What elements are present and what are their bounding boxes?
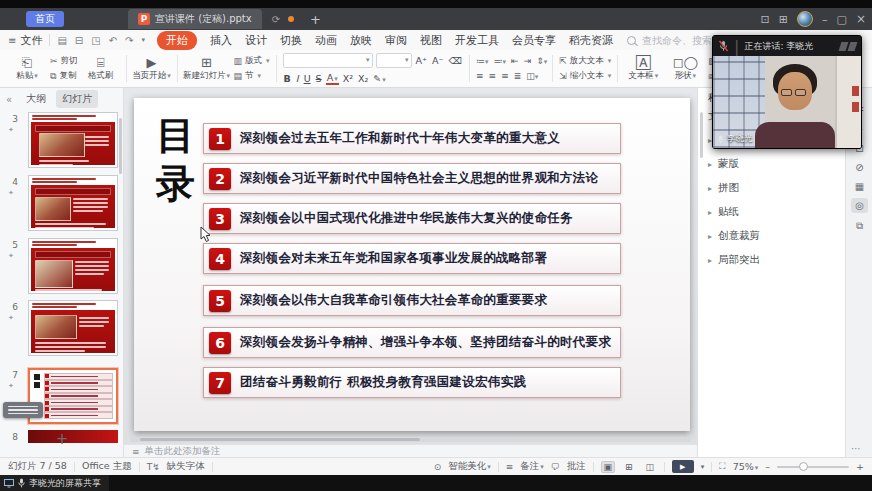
normal-view-button[interactable]: ▣ bbox=[601, 461, 615, 473]
cut-button[interactable]: ✂剪切 bbox=[50, 55, 78, 67]
superscript-button[interactable]: X² bbox=[342, 73, 354, 84]
restore-button[interactable]: ▢ bbox=[837, 14, 847, 25]
ribbon-tab-3[interactable]: 切换 bbox=[280, 33, 302, 48]
ribbon-tab-4[interactable]: 动画 bbox=[315, 33, 337, 48]
toc-item-row[interactable]: 4深刻领会对未来五年党和国家各项事业发展的战略部署 bbox=[203, 243, 621, 274]
screen-layout-icon[interactable]: ⊡ bbox=[761, 14, 770, 25]
panel-item-2[interactable]: ▸拼图 bbox=[708, 176, 841, 200]
font-size-select[interactable]: ▾ bbox=[376, 53, 412, 68]
align-left-icon[interactable]: ≡ bbox=[476, 71, 483, 81]
export-icon[interactable]: ◳ bbox=[91, 35, 100, 46]
toc-item-row[interactable]: 2深刻领会习近平新时代中国特色社会主义思想的世界观和方法论 bbox=[203, 163, 621, 194]
transition-marker-icon[interactable]: ✦ bbox=[8, 314, 14, 322]
ribbon-tab-10[interactable]: 稻壳资源 bbox=[569, 33, 613, 48]
subscript-button[interactable]: X₂ bbox=[357, 73, 369, 84]
section-button[interactable]: ▤节 bbox=[234, 70, 270, 82]
tab-slides[interactable]: 幻灯片 bbox=[56, 90, 98, 108]
chevron-down-icon[interactable]: ▾ bbox=[141, 36, 145, 44]
transition-marker-icon[interactable]: ✦ bbox=[8, 382, 14, 390]
underline-button[interactable]: U bbox=[303, 73, 312, 84]
toc-item-row[interactable]: 5深刻领会以伟大自我革命引领伟大社会革命的重要要求 bbox=[203, 285, 621, 316]
image-panel-icon[interactable]: ▦ bbox=[851, 179, 868, 194]
align-right-icon[interactable]: ≡ bbox=[501, 71, 508, 81]
add-slide-button[interactable]: + bbox=[0, 430, 124, 448]
more-icon[interactable]: ⋯ bbox=[851, 443, 862, 454]
home-tab[interactable]: 首页 bbox=[26, 11, 64, 27]
ribbon-tab-1[interactable]: 插入 bbox=[210, 33, 232, 48]
toc-item-row[interactable]: 3深刻领会以中国式现代化推进中华民族伟大复兴的使命任务 bbox=[203, 203, 621, 234]
shrink-text-button[interactable]: ⇲缩小文本 bbox=[559, 70, 611, 82]
numbered-list-icon[interactable]: ≕ bbox=[494, 56, 506, 66]
horizontal-scrollbar[interactable] bbox=[130, 437, 691, 442]
ribbon-tab-7[interactable]: 视图 bbox=[420, 33, 442, 48]
document-tab[interactable]: P 宣讲课件 (定稿).pptx bbox=[128, 9, 262, 29]
panel-item-4[interactable]: ▸创意裁剪 bbox=[708, 224, 841, 248]
play-from-current-button[interactable]: ▶ 当页开始 bbox=[133, 56, 171, 82]
slide-thumbnail[interactable] bbox=[28, 112, 118, 168]
decrease-font-icon[interactable]: A⁻ bbox=[431, 55, 445, 66]
comments-toggle[interactable]: 批注 bbox=[567, 460, 586, 473]
slideshow-play-button[interactable]: ▶ bbox=[672, 460, 694, 473]
play-options-chevron-icon[interactable]: ▾ bbox=[701, 463, 705, 471]
line-spacing-icon[interactable]: ⇕ bbox=[536, 56, 546, 66]
collapse-sidebar-icon[interactable]: « bbox=[6, 94, 12, 105]
enlarge-text-button[interactable]: ⇱放大文本 bbox=[559, 55, 611, 67]
indent-icon[interactable]: ⇥ bbox=[524, 56, 531, 66]
italic-button[interactable]: I bbox=[295, 73, 300, 84]
close-button[interactable]: × bbox=[856, 13, 866, 25]
ribbon-tab-9[interactable]: 会员专享 bbox=[512, 33, 556, 48]
crop-panel-icon[interactable]: ⧉ bbox=[851, 218, 868, 233]
zoom-slider-knob[interactable] bbox=[799, 462, 808, 471]
bold-button[interactable]: B bbox=[283, 73, 292, 84]
text-direction-icon[interactable]: ◫ bbox=[526, 71, 537, 81]
font-family-select[interactable]: ▾ bbox=[283, 53, 373, 68]
file-menu[interactable]: ≡ 文件 bbox=[8, 33, 42, 48]
fit-window-icon[interactable]: ⛶ bbox=[719, 461, 725, 472]
slide-thumbnail[interactable] bbox=[28, 238, 118, 294]
apps-grid-icon[interactable]: ⊞ bbox=[779, 14, 788, 25]
navigation-panel-icon[interactable]: ◎ bbox=[851, 198, 868, 213]
bullet-list-icon[interactable]: ≔ bbox=[476, 56, 488, 66]
font-color-button[interactable]: A bbox=[326, 72, 339, 85]
slide-thumbnail[interactable] bbox=[28, 175, 118, 231]
video-call-overlay[interactable]: | 正在讲话: 李晓光 李晓光 bbox=[712, 35, 862, 149]
transition-marker-icon[interactable]: ✦ bbox=[8, 189, 14, 197]
ribbon-tab-6[interactable]: 审阅 bbox=[385, 33, 407, 48]
strikethrough-button[interactable]: S bbox=[315, 73, 323, 84]
sync-icon[interactable]: ⟳ bbox=[272, 14, 280, 25]
toc-item-row[interactable]: 6深刻领会发扬斗争精神、增强斗争本领、坚持团结奋斗的时代要求 bbox=[203, 327, 621, 358]
transition-marker-icon[interactable]: ✦ bbox=[8, 126, 14, 134]
layout-button[interactable]: ▥版式 bbox=[234, 55, 270, 67]
zoom-slider[interactable] bbox=[777, 466, 849, 468]
slide-thumbnail[interactable] bbox=[28, 300, 118, 356]
paste-button[interactable]: ⎗ 粘贴 bbox=[8, 56, 46, 82]
ribbon-tab-0[interactable]: 开始 bbox=[157, 31, 197, 50]
notes-toggle[interactable]: 备注 bbox=[520, 460, 544, 473]
toc-item-row[interactable]: 1深刻领会过去五年工作和新时代十年伟大变革的重大意义 bbox=[203, 123, 621, 154]
help-icon[interactable]: ⊘ bbox=[851, 160, 868, 175]
beautify-button[interactable]: 智能美化 bbox=[448, 460, 491, 473]
highlight-button[interactable]: ✎ bbox=[372, 73, 386, 84]
sorter-view-button[interactable]: ⊞ bbox=[622, 461, 636, 473]
ribbon-tab-2[interactable]: 设计 bbox=[245, 33, 267, 48]
toc-item-row[interactable]: 7团结奋斗勇毅前行 积极投身教育强国建设宏伟实践 bbox=[203, 367, 621, 398]
user-avatar[interactable] bbox=[797, 11, 813, 27]
new-slide-button[interactable]: ⊞ 新建幻灯片 bbox=[184, 56, 230, 82]
align-center-icon[interactable]: ≡ bbox=[489, 71, 496, 81]
save-icon[interactable]: ▤ bbox=[57, 35, 66, 46]
undo-icon[interactable]: ↶ bbox=[109, 35, 117, 46]
redo-icon[interactable]: ↷ bbox=[125, 35, 133, 46]
notes-bar[interactable]: ≡ 单击此处添加备注 bbox=[124, 444, 697, 458]
print-icon[interactable]: ⊟ bbox=[75, 35, 83, 46]
theme-name[interactable]: Office 主题 bbox=[82, 460, 132, 473]
increase-font-icon[interactable]: A⁺ bbox=[415, 55, 429, 66]
shapes-button[interactable]: ◻◯ 形状 bbox=[666, 56, 704, 82]
format-painter-button[interactable]: ⌸ 格式刷 bbox=[82, 56, 120, 82]
slide-title-toc[interactable]: 目录 bbox=[156, 116, 195, 203]
clear-format-icon[interactable]: ⌫ bbox=[448, 55, 463, 66]
panel-scrollbar[interactable] bbox=[700, 112, 703, 158]
zoom-value[interactable]: 75% bbox=[733, 461, 759, 472]
sidebar-scrollbar[interactable] bbox=[119, 118, 122, 174]
ribbon-tab-8[interactable]: 开发工具 bbox=[455, 33, 499, 48]
panel-item-5[interactable]: ▸局部突出 bbox=[708, 248, 841, 272]
